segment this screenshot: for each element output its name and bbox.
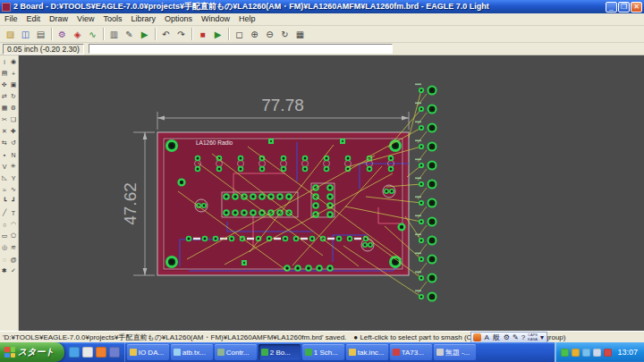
tool-mirror-icon[interactable]: ⇄ [0,91,9,102]
tool-display-icon[interactable]: ▤ [0,68,9,79]
quicklaunch-show-desktop-icon[interactable] [82,347,93,358]
tray-antivirus-icon[interactable] [561,349,569,357]
ratsnest-part[interactable] [415,140,436,151]
tool-replace-icon[interactable]: ↺ [9,138,18,148]
tool-hole-icon[interactable]: ◌ [0,254,9,265]
tool-arc-icon[interactable]: ◠ [9,219,18,230]
cam-processor-button[interactable]: ⚙ [55,27,70,41]
use-library-button[interactable]: ▥ [106,27,122,41]
tool-optimize-icon[interactable]: ≈ [0,184,9,195]
open-button[interactable]: ▨ [3,27,18,41]
script-button[interactable]: ✎ [122,27,137,41]
go-button[interactable]: ▶ [210,27,225,41]
board-drawing[interactable]: 77.78 47.62 LA1260 Radio [19,55,644,331]
ratsnest-part[interactable] [415,197,436,207]
unplaced-parts-column[interactable] [415,84,436,301]
tool-miter-icon[interactable]: ◺ [0,173,9,183]
menu-draw[interactable]: Draw [45,13,72,25]
menu-file[interactable]: File [0,13,22,25]
taskbar-task[interactable]: 無題 -... [434,344,476,360]
taskbar-task[interactable]: 2 Bo... [258,344,301,360]
tool-rotate-icon[interactable]: ↻ [9,91,18,102]
tool-polygon-icon[interactable]: ⬠ [9,231,18,241]
tool-group-icon[interactable]: ▦ [0,103,9,114]
run-ulp-button[interactable]: ▶ [137,27,152,41]
undo-button[interactable]: ↶ [158,27,174,41]
tool-add-icon[interactable]: ✚ [9,126,18,137]
save-button[interactable]: ◫ [18,27,33,41]
ratsnest-part[interactable] [415,272,436,282]
ratsnest-part[interactable] [415,103,436,114]
tool-move-icon[interactable]: ✜ [0,80,9,90]
ime-logo-icon[interactable] [473,333,481,341]
tool-text-icon[interactable]: T [9,207,18,218]
redraw-button[interactable]: ↻ [277,27,292,41]
ime-conversion-mode-button[interactable]: 般 [492,333,501,342]
tool-show-icon[interactable]: ◉ [9,56,18,67]
menu-library[interactable]: Library [126,13,160,25]
zoom-in-button[interactable]: ⊕ [247,27,262,41]
tool-delete-icon[interactable]: ✕ [0,126,9,137]
taskbar-task[interactable]: 1 Sch... [302,344,344,360]
maximize-button[interactable]: ❐ [618,2,630,13]
ime-input-mode-button[interactable]: A [483,333,489,341]
tool-pinswap-icon[interactable]: ⇆ [0,138,9,148]
tool-change-icon[interactable]: ⚙ [9,103,18,114]
tool-copy-icon[interactable]: ▣ [9,80,18,90]
dimension-height[interactable]: 47.62 [121,132,155,275]
designlink-button[interactable]: ◈ [70,27,85,41]
tool-drc-icon[interactable]: ✓ [9,265,18,276]
tool-wire-icon[interactable]: ╱ [0,207,9,218]
close-button[interactable]: ✕ [631,2,642,13]
ratsnest-part[interactable] [415,84,436,95]
tool-name-icon[interactable]: N [9,149,18,160]
tool-info-icon[interactable]: i [0,56,9,67]
menu-view[interactable]: View [72,13,98,25]
ratsnest-part[interactable] [415,290,436,301]
tool-route-icon[interactable]: ┗ [0,196,9,206]
tool-cut-icon[interactable]: ✂ [0,114,9,125]
menu-window[interactable]: Window [197,13,234,25]
menu-edit[interactable]: Edit [22,13,46,25]
tool-rect-icon[interactable]: ▭ [0,231,9,241]
tool-split-icon[interactable]: Y [9,173,18,183]
print-button[interactable]: ▤ [33,27,48,41]
menu-help[interactable]: Help [234,13,260,25]
ratsnest-part[interactable] [415,178,436,189]
taskbar-task[interactable]: IO DA... [127,344,169,360]
command-input[interactable] [89,44,393,54]
tool-value-icon[interactable]: V [0,161,9,172]
tool-mark-icon[interactable]: + [9,68,18,79]
taskbar-task[interactable]: TA73... [390,344,432,360]
ime-tool-1-button[interactable]: ✎ [512,333,520,341]
ratsnest-part[interactable] [415,253,436,264]
ime-tool-0-button[interactable]: ⚙ [503,333,511,341]
stop-button[interactable]: ■ [195,27,210,41]
ime-minimize-button[interactable]: ▾ [539,333,545,341]
tool-signal-icon[interactable]: ≋ [9,242,18,253]
quicklaunch-mail-icon[interactable] [109,347,120,358]
taskbar-task[interactable]: Contr... [215,344,257,360]
minimize-button[interactable]: _ [606,2,617,13]
tray-volume-icon[interactable] [593,349,601,357]
ratsnest-part[interactable] [415,122,436,132]
tool-attribute-icon[interactable]: @ [9,254,18,265]
menu-tools[interactable]: Tools [98,13,126,25]
tray-network-icon[interactable] [582,349,590,357]
tool-ripup-icon[interactable]: ┛ [9,196,18,206]
taskbar-task[interactable]: tak.inc... [346,344,388,360]
redo-button[interactable]: ↷ [174,27,189,41]
layer-settings-button[interactable]: ▦ [292,27,308,41]
ime-tool-2-button[interactable]: ? [521,333,526,341]
dimension-width[interactable]: 77.78 [157,96,409,130]
tool-ratsnest-icon[interactable]: ✱ [0,265,9,276]
zoom-out-button[interactable]: ⊖ [262,27,277,41]
ime-kana-indicator[interactable]: KANA [528,338,538,342]
tool-meander-icon[interactable]: ∿ [9,184,18,195]
quicklaunch-internet-explorer-icon[interactable] [69,347,80,358]
tool-lock-icon[interactable]: ▪ [0,149,9,160]
tray-update-icon[interactable] [572,349,580,357]
tray-battery-icon[interactable] [604,349,612,357]
tool-paste-icon[interactable]: ❏ [9,114,18,125]
menu-options[interactable]: Options [160,13,197,25]
